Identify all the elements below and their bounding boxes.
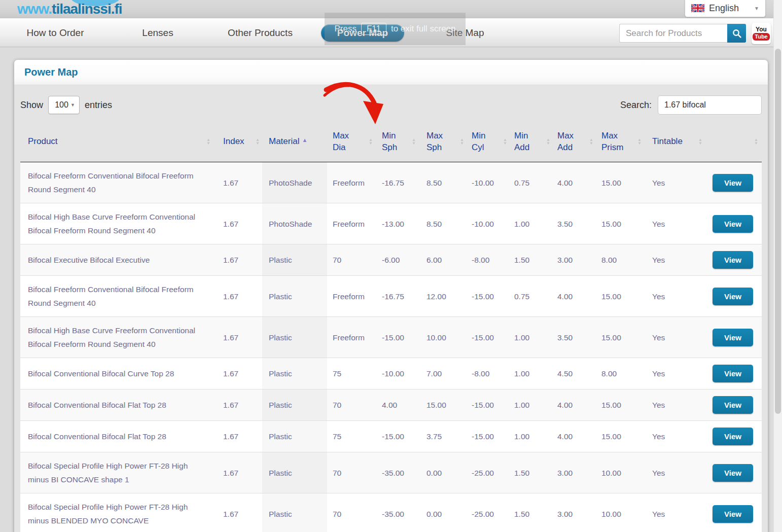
cell-max_prism: 15.00	[596, 389, 644, 420]
toast-suffix: to exit full screen	[391, 24, 456, 34]
cell-tintable: Yes	[644, 389, 705, 420]
cell-min_add: 1.00	[510, 203, 553, 244]
column-header-material[interactable]: Material▲	[262, 121, 327, 162]
cell-max_prism: 8.00	[596, 244, 644, 275]
column-header-max_sph[interactable]: MaxSph▲▼	[418, 121, 467, 162]
cell-index: 1.67	[213, 493, 262, 532]
f11-keycap: F11	[361, 23, 386, 35]
sort-icon: ▲▼	[637, 138, 642, 145]
view-button[interactable]: View	[713, 288, 753, 305]
column-header-max_dia[interactable]: MaxDia▲▼	[327, 121, 375, 162]
cell-view: View	[705, 276, 761, 316]
cell-min_sph: -16.75	[375, 162, 418, 203]
cell-product: Bifocal Special Profile High Power FT-28…	[20, 493, 213, 532]
table-search-input[interactable]	[658, 95, 762, 115]
column-header-min_add[interactable]: MinAdd▲▼	[510, 121, 553, 162]
nav-item-label: Other Products	[228, 27, 293, 39]
cell-view: View	[705, 358, 761, 389]
view-button[interactable]: View	[713, 251, 753, 269]
cell-index: 1.67	[213, 452, 262, 493]
site-logo[interactable]: www.tilaalinssi.fi	[17, 1, 122, 17]
youtube-tube-label: Tube	[753, 33, 769, 41]
cell-min_sph: 4.00	[375, 389, 418, 420]
cell-min_add: 1.00	[510, 421, 553, 452]
column-header-max_prism[interactable]: MaxPrism▲▼	[596, 121, 644, 162]
table-row: Bifocal Special Profile High Power FT-28…	[20, 452, 762, 493]
cell-tintable: Yes	[644, 244, 705, 275]
cell-max_prism: 15.00	[596, 317, 644, 358]
column-header-min_sph[interactable]: MinSph▲▼	[375, 121, 418, 162]
page-content: Power Map Show 100 ▼ entries Search: Pro…	[0, 47, 782, 532]
view-button[interactable]: View	[713, 396, 753, 414]
cell-min_add: 1.50	[510, 452, 553, 493]
search-button[interactable]	[727, 24, 746, 43]
cell-min_sph: -6.00	[375, 244, 418, 275]
entries-select[interactable]: 100 ▼	[48, 96, 80, 114]
cell-index: 1.67	[213, 317, 262, 358]
cell-tintable: Yes	[644, 493, 705, 532]
view-button[interactable]: View	[713, 464, 753, 482]
cell-min_add: 0.75	[510, 276, 553, 316]
nav-item-label: How to Order	[27, 27, 84, 39]
column-header-product[interactable]: Product▲▼	[20, 121, 213, 162]
scrollbar[interactable]	[773, 0, 782, 532]
cell-tintable: Yes	[644, 162, 705, 203]
nav-search	[619, 24, 746, 43]
cell-max_dia: 70	[327, 389, 375, 420]
language-selector[interactable]: English ▼	[685, 0, 766, 17]
cell-max_prism: 15.00	[596, 421, 644, 452]
column-header-tintable[interactable]: Tintable▲▼	[644, 121, 705, 162]
column-header-min_cyl[interactable]: MinCyl▲▼	[467, 121, 510, 162]
cell-index: 1.67	[213, 203, 262, 244]
cell-min_cyl: -10.00	[467, 162, 510, 203]
view-button[interactable]: View	[713, 365, 753, 382]
cell-min_sph: -15.00	[375, 421, 418, 452]
fullscreen-toast: Press F11 to exit full screen	[325, 13, 466, 45]
view-button[interactable]: View	[713, 428, 753, 445]
view-button[interactable]: View	[713, 329, 753, 346]
cell-product: Bifocal Freeform Conventional Bifocal Fr…	[20, 162, 213, 203]
view-button[interactable]: View	[713, 505, 753, 523]
cell-index: 1.67	[213, 276, 262, 316]
cell-tintable: Yes	[644, 452, 705, 493]
cell-max_sph: 12.00	[418, 276, 467, 316]
cell-max_add: 4.50	[553, 358, 596, 389]
cell-max_prism: 8.00	[596, 358, 644, 389]
cell-max_sph: 8.50	[418, 162, 467, 203]
toast-prefix: Press	[334, 24, 356, 34]
cell-tintable: Yes	[644, 203, 705, 244]
cell-min_sph: -15.00	[375, 317, 418, 358]
cell-material: Plastic	[262, 317, 327, 358]
cell-min_cyl: -15.00	[467, 421, 510, 452]
table-row: Bifocal Freeform Conventional Bifocal Fr…	[20, 276, 762, 317]
product-search-input[interactable]	[619, 24, 727, 43]
table-search-label: Search:	[620, 100, 652, 111]
nav-item-label: Lenses	[142, 27, 173, 39]
entries-select-value: 100	[53, 100, 70, 110]
cell-index: 1.67	[213, 421, 262, 452]
cell-max_dia: Freeform	[327, 203, 375, 244]
youtube-icon[interactable]: You Tube	[752, 23, 771, 44]
view-button[interactable]: View	[713, 215, 753, 233]
cell-product: Bifocal Freeform Conventional Bifocal Fr…	[20, 276, 213, 316]
view-button[interactable]: View	[713, 174, 753, 192]
cell-view: View	[705, 203, 761, 244]
scrollbar-thumb[interactable]	[775, 49, 781, 414]
nav-item-lenses[interactable]: Lenses	[106, 19, 209, 47]
sort-icon: ▲▼	[256, 138, 260, 145]
nav-item-how-to-order[interactable]: How to Order	[4, 19, 106, 47]
cell-max_sph: 8.50	[418, 203, 467, 244]
cell-product: Bifocal High Base Curve Freeform Convent…	[20, 317, 213, 358]
table-header-row: Product▲▼Index▲▼Material▲MaxDia▲▼MinSph▲…	[20, 121, 762, 162]
column-header-max_add[interactable]: MaxAdd▲▼	[553, 121, 596, 162]
cell-index: 1.67	[213, 358, 262, 389]
column-header-index[interactable]: Index▲▼	[213, 121, 262, 162]
cell-material: PhotoShade	[262, 162, 327, 203]
column-header-view[interactable]: ▲▼	[705, 121, 761, 162]
cell-view: View	[705, 244, 761, 275]
cell-max_dia: Freeform	[327, 276, 375, 316]
nav-item-other-products[interactable]: Other Products	[209, 19, 311, 47]
cell-min_cyl: -10.00	[467, 203, 510, 244]
panel-body: Show 100 ▼ entries Search: Product▲▼Inde…	[14, 85, 768, 532]
table-body: Bifocal Freeform Conventional Bifocal Fr…	[20, 162, 762, 532]
